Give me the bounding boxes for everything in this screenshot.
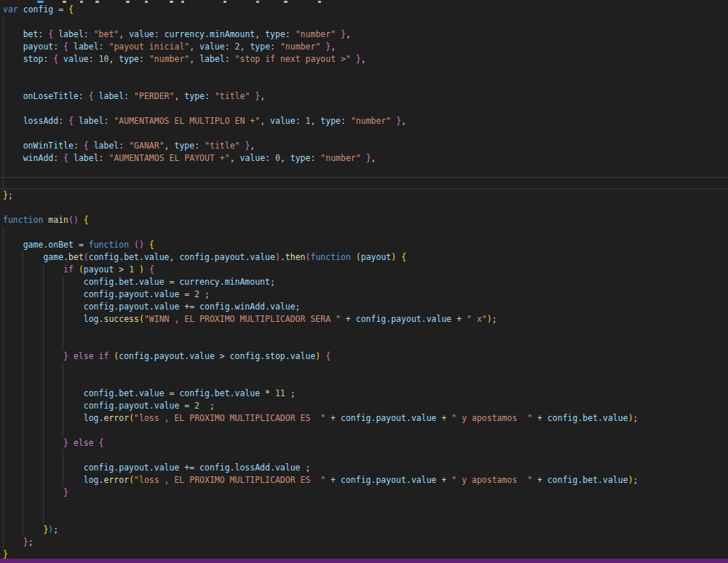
code-line[interactable]: onLoseTitle: { label: "PERDER", type: "t… [0, 90, 728, 103]
code-token: function [89, 240, 129, 250]
current-line-highlight[interactable] [0, 177, 728, 189]
code-line[interactable] [0, 338, 728, 350]
code-token: () [134, 240, 144, 250]
code-token: config.bet.value [547, 413, 628, 423]
code-token: config.bet.value [179, 388, 260, 398]
indent-guide [3, 78, 4, 90]
code-token: lossAdd [3, 116, 58, 126]
clipped-line-fragment [80, 1, 83, 3]
code-line[interactable]: bet: { label: "bet", value: currency.min… [0, 28, 728, 41]
indent-guide [3, 53, 4, 66]
code-line[interactable]: config.payout.value = 2 ; [0, 400, 728, 412]
code-token: onBet [48, 240, 74, 250]
code-line[interactable]: onWinTitle: { label: "GANAR", type: "tit… [0, 140, 728, 152]
code-token: value [63, 54, 89, 64]
code-line[interactable]: log.success("WINN , EL PROXIMO MULTIPLIC… [0, 313, 728, 326]
code-line[interactable]: stop: { value: 10, type: "number", label… [0, 53, 728, 66]
code-line[interactable] [0, 227, 728, 239]
code-token: += [179, 462, 199, 473]
code-line[interactable]: } [0, 487, 728, 499]
code-line[interactable]: }; [0, 536, 728, 548]
indent-guide [63, 412, 63, 425]
code-line[interactable]: config.payout.value += config.winAdd.val… [0, 301, 728, 313]
code-line[interactable] [0, 499, 728, 511]
indent-guide [3, 178, 4, 189]
code-line[interactable]: function main() { [0, 214, 728, 227]
code-line[interactable]: log.error("loss , EL PROXIMO MULTIPLICAD… [0, 412, 728, 425]
code-token: : [194, 141, 205, 151]
code-line[interactable] [0, 78, 728, 90]
code-token: ; [270, 277, 275, 287]
code-token: then [285, 252, 306, 262]
code-line[interactable]: config.bet.value = currency.minAmount; [0, 276, 728, 288]
code-token: : [225, 42, 235, 52]
code-line[interactable] [0, 511, 728, 524]
code-token: + [437, 413, 452, 423]
code-line[interactable] [0, 202, 728, 214]
code-token: : [124, 91, 134, 101]
code-token: } [336, 29, 346, 39]
indent-guide [3, 127, 4, 140]
code-line[interactable] [0, 165, 728, 177]
indent-guide [63, 449, 63, 462]
code-line[interactable]: config.bet.value = config.bet.value * 11… [0, 387, 728, 400]
code-token: , [331, 42, 336, 52]
code-token: } [3, 537, 28, 547]
code-line[interactable]: if (payout > 1 ) { [0, 264, 728, 276]
code-editor[interactable]: var config = { bet: { label: "bet", valu… [0, 0, 728, 563]
code-token: : [79, 91, 89, 101]
code-token [79, 215, 84, 225]
code-line[interactable] [0, 103, 728, 115]
code-token: ; [285, 388, 296, 398]
code-token: } [250, 91, 260, 101]
code-line[interactable] [0, 127, 728, 140]
code-token: , [346, 29, 351, 39]
code-line[interactable]: payout: { label: "payout inicial", value… [0, 41, 728, 53]
clipped-line-fragment [63, 1, 66, 3]
code-line[interactable]: log.error("loss , EL PROXIMO MULTIPLICAD… [0, 474, 728, 487]
code-token: 2 [194, 289, 199, 299]
code-token: . [99, 413, 104, 423]
code-line[interactable] [0, 375, 728, 387]
indent-guide [63, 288, 63, 301]
code-token [134, 264, 139, 275]
code-token: bet [68, 252, 84, 262]
code-token: , [189, 42, 199, 52]
code-line[interactable] [0, 326, 728, 338]
indent-guide [43, 301, 44, 313]
code-token: type [184, 91, 205, 101]
status-bar [0, 559, 728, 563]
code-line[interactable]: config.payout.value += config.lossAdd.va… [0, 462, 728, 474]
code-token: + [532, 475, 547, 485]
code-line[interactable] [0, 66, 728, 78]
code-token: value [240, 153, 265, 163]
code-line[interactable]: game.bet(config.bet.value, config.payout… [0, 251, 728, 264]
code-token: : [310, 153, 320, 163]
code-token: ; [53, 524, 58, 535]
indent-guide [3, 66, 4, 78]
code-line[interactable]: } else if (config.payout.value > config.… [0, 350, 728, 363]
code-token: { [84, 215, 89, 225]
code-line[interactable] [0, 363, 728, 375]
indent-guide [3, 165, 4, 177]
indent-guide [3, 326, 4, 338]
code-token: "number" [149, 54, 189, 64]
code-line[interactable]: }; [0, 189, 728, 202]
code-line[interactable] [0, 16, 728, 28]
code-line[interactable]: winAdd: { label: "AUMENTAMOS EL PAYOUT +… [0, 152, 728, 165]
code-line[interactable]: game.onBet = function () { [0, 239, 728, 251]
code-line[interactable]: config.payout.value = 2 ; [0, 288, 728, 301]
code-line[interactable] [0, 425, 728, 437]
code-line[interactable]: }); [0, 524, 728, 536]
code-line[interactable] [0, 449, 728, 462]
code-token: error [104, 475, 130, 485]
code-token: winAdd [3, 153, 53, 163]
code-token: : [341, 116, 351, 126]
code-line[interactable]: } else { [0, 437, 728, 449]
code-token: { [63, 42, 74, 52]
indent-guide [3, 140, 4, 152]
code-line[interactable]: lossAdd: { label: "AUMENTAMOS EL MULTIPL… [0, 115, 728, 127]
code-line[interactable]: var config = { [0, 4, 728, 16]
code-token: = [179, 289, 194, 299]
indent-guide [3, 16, 4, 28]
